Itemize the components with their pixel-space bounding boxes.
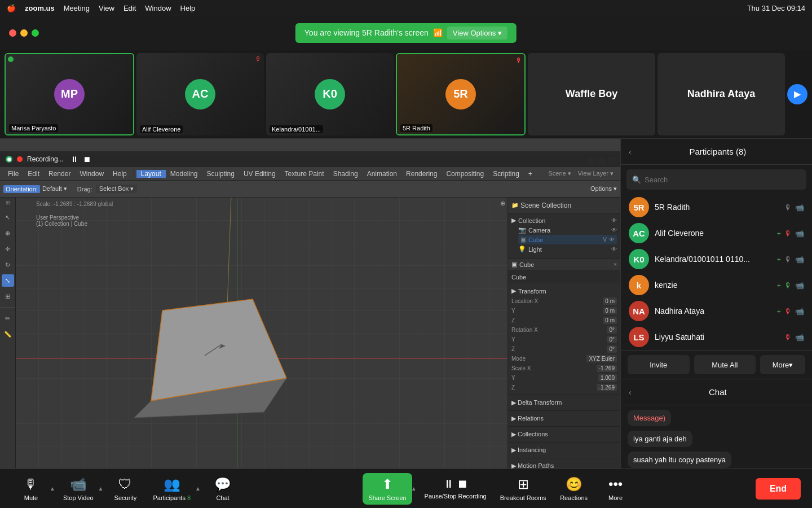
blender-drag-select[interactable]: Select Box ▾ — [96, 185, 138, 193]
mute-button[interactable]: 🎙 Mute — [11, 473, 51, 505]
participants-button[interactable]: 👥 Participants 8 — [147, 473, 196, 505]
blender-tool-scale[interactable]: ⤡ — [2, 274, 14, 287]
chat-button[interactable]: 💬 Chat — [203, 473, 242, 505]
viewport-gizmo-icon[interactable]: ⊕ — [500, 200, 505, 207]
blender-instancing-section[interactable]: ▶ Instancing — [508, 443, 620, 458]
blender-collection-item[interactable]: ▶Collection 👁 — [511, 216, 617, 225]
mute-caret[interactable]: ▲ — [50, 485, 55, 492]
blender-menu-add[interactable]: + — [524, 170, 537, 178]
video-thumb-5r[interactable]: 5R 5R Radith 🎙 — [396, 53, 526, 135]
blender-motion-section[interactable]: ▶ Motion Paths — [508, 458, 620, 468]
share-caret[interactable]: ▲ — [411, 485, 417, 492]
chat-header[interactable]: ‹ Chat — [621, 379, 812, 405]
blender-3d-view[interactable]: Scale: -1.2689 : -1.2689 global User Per… — [16, 198, 508, 468]
blender-tool-cursor[interactable]: ⊕ — [2, 227, 14, 239]
blender-tool-move[interactable]: ✛ — [2, 243, 14, 255]
blender-rotation-x: Rotation X 0° — [511, 325, 617, 335]
participant-item[interactable]: LS Liyyu Satuhati 🎙 📹 — [625, 324, 807, 350]
video-caret[interactable]: ▲ — [98, 485, 104, 492]
blender-tool-select[interactable]: ↖ — [2, 211, 14, 224]
blender-orientation[interactable]: Default ▾ — [42, 185, 67, 192]
next-video-button[interactable]: ▶ — [787, 84, 807, 104]
reactions-button[interactable]: 😊 Reactions — [554, 473, 594, 505]
menu-edit[interactable]: Edit — [123, 4, 136, 12]
traffic-lights[interactable] — [9, 29, 39, 37]
end-button[interactable]: End — [756, 478, 801, 500]
video-thumb-nadhira[interactable]: Nadhira Ataya — [657, 53, 785, 135]
participant-item[interactable]: 5R 5R Radith 🎙 📹 — [625, 194, 807, 220]
video-thumb-kelandra[interactable]: K0 Kelandra/01001... — [266, 53, 394, 135]
blender-menu-layout[interactable]: Layout — [136, 170, 166, 178]
blender-menu-shading[interactable]: Shading — [329, 170, 363, 178]
pause-icon[interactable]: ⏸ — [70, 155, 78, 164]
video-thumb-marisa[interactable]: MP Marisa Paryasto — [5, 53, 134, 135]
breakout-rooms-button[interactable]: ⊞ Breakout Rooms — [495, 473, 552, 505]
stop-video-button[interactable]: 📹 Stop Video — [58, 473, 99, 505]
more-button[interactable]: More ▾ — [760, 355, 805, 374]
video-thumb-waffle[interactable]: Waffle Boy — [528, 53, 655, 135]
app-name[interactable]: zoom.us — [25, 4, 55, 12]
blender-menu-help[interactable]: Help — [108, 167, 131, 180]
blender-menu-scripting[interactable]: Scripting — [488, 170, 524, 178]
blender-tool-rotate[interactable]: ↻ — [2, 259, 14, 271]
blender-menu-render[interactable]: Render — [44, 167, 75, 180]
blender-scene-header: 📁 Scene Collection — [508, 198, 620, 213]
participant-item[interactable]: k kenzie + 🎙 📹 — [625, 272, 807, 298]
blender-menu-rendering[interactable]: Rendering — [401, 170, 442, 178]
blender-menu-uv[interactable]: UV Editing — [239, 170, 280, 178]
share-screen-button[interactable]: ⬆ Share Screen — [363, 473, 412, 505]
participants-caret[interactable]: ▲ — [195, 485, 201, 492]
stop-icon[interactable]: ⏹ — [83, 155, 91, 164]
blender-relations-section[interactable]: ▶ Relations — [508, 411, 620, 427]
toolbar-right: End — [756, 478, 801, 500]
blender-location-x: Location X 0 m — [511, 296, 617, 306]
blender-menu-file[interactable]: File — [3, 167, 23, 180]
blender-camera-item[interactable]: 📷Camera 👁 — [518, 225, 617, 235]
menu-meeting[interactable]: Meeting — [64, 4, 90, 12]
mute-all-button[interactable]: Mute All — [694, 355, 756, 374]
participant-item[interactable]: K0 Kelandra/01001011 0110... + 🎙 📹 — [625, 246, 807, 272]
blender-menu-sculpting[interactable]: Sculpting — [202, 170, 239, 178]
blender-scene-label: Scene Collection — [520, 202, 571, 209]
tl-red[interactable] — [9, 29, 16, 37]
recording-bar: Recording... ⏸ ⏹ — [0, 151, 620, 167]
participant-icons: + 🎙 📹 — [776, 281, 804, 290]
wifi-icon: 📶 — [433, 28, 443, 37]
search-bar[interactable]: 🔍 — [626, 169, 806, 190]
blender-options[interactable]: Options ▾ — [590, 185, 617, 192]
blender-cube-item[interactable]: ▣Cube V 👁 — [518, 235, 617, 244]
blender-light-item[interactable]: 💡Light 👁 — [518, 244, 617, 254]
invite-button[interactable]: Invite — [628, 355, 690, 374]
menu-window[interactable]: Window — [145, 4, 171, 12]
video-thumb-alif[interactable]: AC Alif Cleverone 🎙 — [136, 53, 264, 135]
blender-tool-annotate[interactable]: ✏ — [2, 312, 14, 325]
blender-menu-texture[interactable]: Texture Paint — [280, 170, 329, 178]
security-button[interactable]: 🛡 Security — [105, 473, 145, 505]
blender-tool-transform[interactable]: ⊞ — [2, 290, 14, 303]
blender-menu-window[interactable]: Window — [75, 167, 108, 180]
tl-green[interactable] — [32, 29, 39, 37]
view-options-button[interactable]: View Options ▾ — [447, 27, 508, 40]
menu-view[interactable]: View — [99, 4, 114, 12]
blender-menu-modeling[interactable]: Modeling — [166, 170, 202, 178]
more-button[interactable]: ••• More — [596, 473, 636, 505]
blender-transform-header[interactable]: ▶Transform — [511, 286, 617, 296]
apple-icon[interactable]: 🍎 — [7, 4, 16, 12]
blender-delta-section[interactable]: ▶ Delta Transform — [508, 395, 620, 411]
search-input[interactable] — [645, 176, 801, 184]
main-container: You are viewing 5R Radith's screen 📶 Vie… — [0, 16, 812, 508]
camera-off-icon: 📹 — [795, 307, 804, 316]
participant-item[interactable]: AC Alif Cleverone + 🎙 📹 — [625, 220, 807, 246]
blender-menu-compositing[interactable]: Compositing — [442, 170, 488, 178]
participants-header[interactable]: ‹ Participants (8) — [621, 139, 812, 165]
menu-help[interactable]: Help — [180, 4, 196, 12]
blender-tool-measure[interactable]: 📏 — [2, 328, 14, 340]
blender-menu-animation[interactable]: Animation — [363, 170, 401, 178]
participant-item[interactable]: NA Nadhira Ataya + 🎙 📹 — [625, 298, 807, 324]
add-icon: + — [776, 255, 781, 264]
tl-yellow[interactable] — [20, 29, 28, 37]
participant-name: Nadhira Ataya — [655, 306, 771, 316]
blender-menu-edit[interactable]: Edit — [23, 167, 44, 180]
blender-collections-section[interactable]: ▶ Collections — [508, 427, 620, 443]
record-button[interactable]: ⏸ ⏹ Pause/Stop Recording — [419, 474, 492, 503]
